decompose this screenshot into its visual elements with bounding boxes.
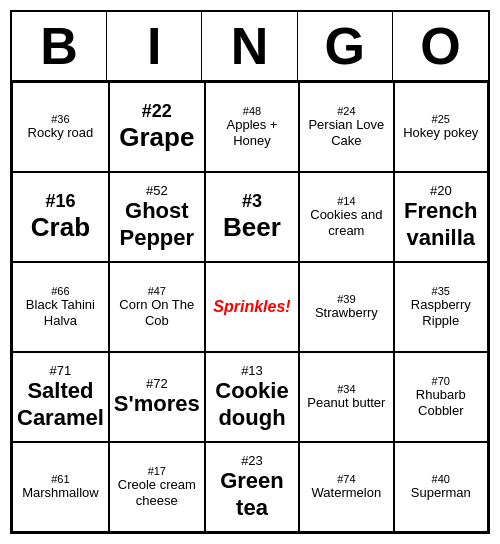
cell-number: #17: [148, 465, 166, 477]
cell-text: Beer: [223, 212, 281, 243]
cell-number: #3: [242, 191, 262, 212]
bingo-cell: #70Rhubarb Cobbler: [394, 352, 488, 442]
cell-number: #13: [241, 363, 263, 378]
cell-text: Salted Caramel: [17, 378, 104, 431]
cell-text: Watermelon: [312, 485, 382, 501]
bingo-cell: #36Rocky road: [12, 82, 109, 172]
bingo-cell: #20French vanilla: [394, 172, 488, 262]
cell-text: Rocky road: [28, 125, 94, 141]
cell-text: Strawberry: [315, 305, 378, 321]
cell-number: #70: [432, 375, 450, 387]
cell-number: #71: [50, 363, 72, 378]
header-letter: O: [393, 12, 488, 80]
cell-number: #74: [337, 473, 355, 485]
cell-number: #36: [51, 113, 69, 125]
cell-number: #66: [51, 285, 69, 297]
bingo-cell: #3Beer: [205, 172, 299, 262]
bingo-cell: #24Persian Love Cake: [299, 82, 393, 172]
bingo-card: BINGO #36Rocky road#22Grape#48Apples + H…: [10, 10, 490, 534]
bingo-grid: #36Rocky road#22Grape#48Apples + Honey#2…: [12, 82, 488, 532]
cell-number: #61: [51, 473, 69, 485]
header-letter: N: [202, 12, 297, 80]
bingo-cell: #34Peanut butter: [299, 352, 393, 442]
bingo-cell: #72S'mores: [109, 352, 205, 442]
cell-text: Rhubarb Cobbler: [399, 387, 483, 418]
cell-number: #22: [142, 101, 172, 122]
cell-number: #34: [337, 383, 355, 395]
cell-text: French vanilla: [399, 198, 483, 251]
cell-number: #23: [241, 453, 263, 468]
cell-number: #35: [432, 285, 450, 297]
bingo-cell: #47Corn On The Cob: [109, 262, 205, 352]
bingo-cell: #39Strawberry: [299, 262, 393, 352]
cell-text: Grape: [119, 122, 194, 153]
cell-number: #48: [243, 105, 261, 117]
cell-text: Sprinkles!: [213, 297, 290, 316]
cell-text: Marshmallow: [22, 485, 99, 501]
cell-text: Corn On The Cob: [114, 297, 200, 328]
bingo-cell: #35Raspberry Ripple: [394, 262, 488, 352]
bingo-cell: #14Cookies and cream: [299, 172, 393, 262]
cell-text: Green tea: [210, 468, 294, 521]
bingo-cell: #66Black Tahini Halva: [12, 262, 109, 352]
bingo-cell: #74Watermelon: [299, 442, 393, 532]
bingo-cell: #48Apples + Honey: [205, 82, 299, 172]
bingo-cell: #52Ghost Pepper: [109, 172, 205, 262]
bingo-cell: #13Cookie dough: [205, 352, 299, 442]
bingo-cell: #25Hokey pokey: [394, 82, 488, 172]
cell-number: #47: [148, 285, 166, 297]
bingo-cell: #16Crab: [12, 172, 109, 262]
header-letter: G: [298, 12, 393, 80]
cell-text: Peanut butter: [307, 395, 385, 411]
bingo-cell: #71Salted Caramel: [12, 352, 109, 442]
cell-text: Apples + Honey: [210, 117, 294, 148]
cell-number: #25: [432, 113, 450, 125]
cell-number: #16: [45, 191, 75, 212]
cell-number: #14: [337, 195, 355, 207]
cell-text: Superman: [411, 485, 471, 501]
cell-text: Raspberry Ripple: [399, 297, 483, 328]
cell-text: S'mores: [114, 391, 200, 417]
bingo-cell: #40Superman: [394, 442, 488, 532]
cell-number: #39: [337, 293, 355, 305]
bingo-cell: #17Creole cream cheese: [109, 442, 205, 532]
cell-text: Cookie dough: [210, 378, 294, 431]
cell-text: Crab: [31, 212, 90, 243]
bingo-cell: #22Grape: [109, 82, 205, 172]
bingo-cell: #23Green tea: [205, 442, 299, 532]
cell-number: #40: [432, 473, 450, 485]
cell-text: Cookies and cream: [304, 207, 388, 238]
cell-text: Persian Love Cake: [304, 117, 388, 148]
cell-text: Hokey pokey: [403, 125, 478, 141]
header-letter: I: [107, 12, 202, 80]
bingo-header: BINGO: [12, 12, 488, 82]
bingo-cell: #61Marshmallow: [12, 442, 109, 532]
cell-text: Creole cream cheese: [114, 477, 200, 508]
cell-number: #24: [337, 105, 355, 117]
cell-number: #52: [146, 183, 168, 198]
bingo-cell: Sprinkles!: [205, 262, 299, 352]
header-letter: B: [12, 12, 107, 80]
cell-number: #20: [430, 183, 452, 198]
cell-text: Black Tahini Halva: [17, 297, 104, 328]
cell-text: Ghost Pepper: [114, 198, 200, 251]
cell-number: #72: [146, 376, 168, 391]
